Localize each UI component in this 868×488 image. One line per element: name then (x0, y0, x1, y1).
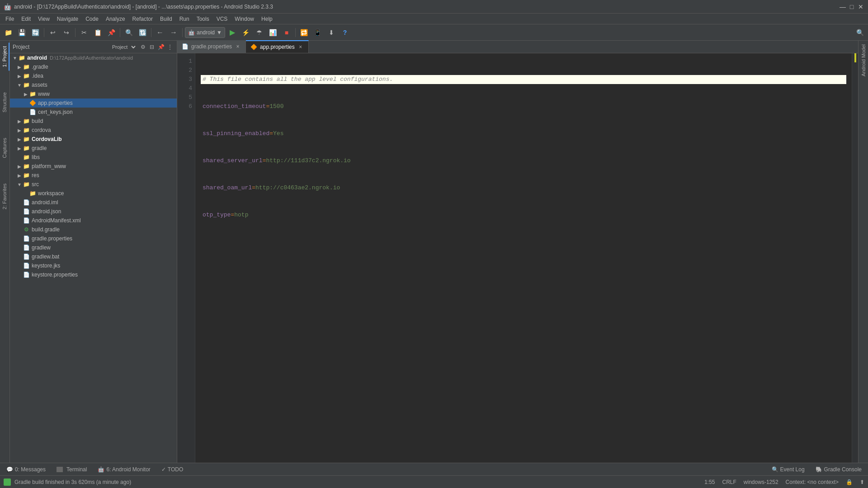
stop-button[interactable]: ■ (280, 26, 293, 39)
line-ending[interactable]: CRLF (722, 479, 736, 485)
project-pin-icon[interactable]: 📌 (157, 43, 165, 51)
tab-gradle-close[interactable]: × (235, 43, 241, 50)
tree-src-folder[interactable]: ▼ 📁 src (10, 180, 177, 189)
minimize-button[interactable]: — (839, 3, 846, 10)
sdk-manager[interactable]: ⬇ (325, 26, 338, 39)
encoding[interactable]: windows-1252 (744, 479, 778, 485)
menu-analyze[interactable]: Analyze (102, 14, 129, 24)
debug-button[interactable]: ⚡ (240, 26, 252, 39)
menu-tools[interactable]: Tools (193, 14, 213, 24)
sidebar-tab-project[interactable]: 1: Project (0, 42, 9, 70)
project-view-selector[interactable]: Project (108, 43, 137, 51)
code-content[interactable]: # This file contains all the app level c… (195, 53, 852, 463)
global-search[interactable]: 🔍 (854, 26, 866, 39)
tree-cert-keys[interactable]: 📄 cert_keys.json (10, 108, 177, 117)
run-button[interactable]: ▶ (226, 26, 239, 39)
code-editor[interactable]: 1 2 3 4 5 6 # This file contains all the… (177, 53, 858, 463)
tree-cordova-folder[interactable]: ▶ 📁 cordova (10, 126, 177, 135)
gradle-sync[interactable]: 🔁 (298, 26, 311, 39)
tree-cordovalib-folder[interactable]: ▶ 📁 CordovaLib (10, 135, 177, 144)
tree-root[interactable]: ▼ 📁 android D:\172AppBuild\Authenticator… (10, 53, 177, 62)
bottom-tab-android-monitor[interactable]: 🤖 6: Android Monitor (95, 465, 153, 474)
bottom-toolbar: 💬 0: Messages Terminal 🤖 6: Android Moni… (0, 463, 868, 475)
tree-idea-folder[interactable]: ▶ 📁 .idea (10, 71, 177, 80)
right-tab-android-model[interactable]: Android Model (859, 41, 868, 80)
tree-gradlew[interactable]: 📄 gradlew (10, 243, 177, 252)
menu-view[interactable]: View (34, 14, 53, 24)
tree-build-folder[interactable]: ▶ 📁 build (10, 117, 177, 126)
config-icon: 🤖 (188, 29, 195, 36)
avd-manager[interactable]: 📱 (311, 26, 324, 39)
project-more-icon[interactable]: ⋮ (166, 43, 174, 51)
tree-android-json[interactable]: 📄 android.json (10, 207, 177, 216)
toolbar-open-folder[interactable]: 📁 (2, 26, 14, 39)
tree-keystore-props[interactable]: 📄 keystore.properties (10, 270, 177, 279)
project-collapse-icon[interactable]: ⊟ (148, 43, 156, 51)
configuration-dropdown[interactable]: 🤖 android ▼ (185, 27, 225, 38)
tree-keystore-jks[interactable]: 📄 keystore.jks (10, 261, 177, 270)
tree-libs-folder[interactable]: 📁 libs (10, 153, 177, 162)
menu-file[interactable]: File (2, 14, 18, 24)
toolbar-find[interactable]: 🔍 (123, 26, 135, 39)
tree-app-properties[interactable]: 🔶 app.properties (10, 99, 177, 108)
toolbar-redo[interactable]: ↪ (60, 26, 73, 39)
tree-gradle2-folder[interactable]: ▶ 📁 gradle (10, 144, 177, 153)
keystore-props-label: keystore.properties (32, 272, 78, 278)
toolbar-replace[interactable]: 🔃 (136, 26, 149, 39)
build-label: build (32, 118, 43, 124)
tab-app-properties[interactable]: 🔶 app.properties × (246, 40, 309, 53)
tree-gradle-folder[interactable]: ▶ 📁 .gradle (10, 62, 177, 71)
maximize-button[interactable]: □ (848, 3, 855, 10)
tree-www-folder[interactable]: ▶ 📁 www (10, 89, 177, 99)
main-layout: 1: Project Structure Captures 2: Favorit… (0, 41, 868, 463)
bottom-tab-messages[interactable]: 💬 0: Messages (4, 465, 48, 474)
tree-workspace-folder[interactable]: 📁 workspace (10, 189, 177, 198)
menu-refactor[interactable]: Refactor (129, 14, 156, 24)
platform-www-label: platform_www (32, 163, 66, 169)
help-button[interactable]: ? (339, 26, 351, 39)
sidebar-tab-structure[interactable]: Structure (0, 89, 9, 116)
keystore-jks-label: keystore.jks (32, 263, 60, 269)
tree-build-gradle[interactable]: ⚙ build.gradle (10, 225, 177, 234)
profile-button[interactable]: 📊 (267, 26, 279, 39)
toolbar-cut[interactable]: ✂ (78, 26, 90, 39)
toolbar-undo[interactable]: ↩ (47, 26, 59, 39)
menu-build[interactable]: Build (156, 14, 176, 24)
menu-help[interactable]: Help (258, 14, 276, 24)
toolbar-sync[interactable]: 🔄 (29, 26, 42, 39)
menu-window[interactable]: Window (231, 14, 258, 24)
sidebar-tab-captures[interactable]: Captures (0, 134, 9, 162)
tree-platform-www-folder[interactable]: ▶ 📁 platform_www (10, 162, 177, 171)
sidebar-tab-favorites[interactable]: 2: Favorites (0, 180, 9, 213)
menu-run[interactable]: Run (176, 14, 193, 24)
bottom-tab-todo[interactable]: ✓ TODO (159, 465, 186, 474)
tree-gradlew-bat[interactable]: 📄 gradlew.bat (10, 252, 177, 261)
tree-gradle-properties[interactable]: 📄 gradle.properties (10, 234, 177, 243)
code-line-6: otp_type=hotp (201, 211, 846, 220)
menu-code[interactable]: Code (82, 14, 102, 24)
bottom-tab-terminal[interactable]: Terminal (54, 465, 90, 474)
menu-edit[interactable]: Edit (18, 14, 34, 24)
project-settings-icon[interactable]: ⚙ (139, 43, 147, 51)
libs-label: libs (32, 154, 40, 160)
bottom-tab-event-log[interactable]: 🔍 Event Log (769, 465, 807, 474)
tab-gradle-properties[interactable]: 📄 gradle.properties × (177, 40, 246, 53)
toolbar-copy[interactable]: 📋 (91, 26, 104, 39)
tree-res-folder[interactable]: ▶ 📁 res (10, 171, 177, 180)
coverage-button[interactable]: ☂ (253, 26, 266, 39)
tree-android-iml[interactable]: 📄 android.iml (10, 198, 177, 207)
tree-manifest[interactable]: 📄 AndroidManifest.xml (10, 216, 177, 225)
bottom-tab-gradle-console[interactable]: 🐘 Gradle Console (813, 465, 864, 474)
tree-assets-folder[interactable]: ▼ 📁 assets (10, 80, 177, 89)
toolbar-back[interactable]: ← (154, 26, 166, 39)
root-arrow: ▼ (12, 56, 18, 61)
menu-vcs[interactable]: VCS (213, 14, 231, 24)
platform-www-arrow: ▶ (16, 164, 23, 169)
toolbar-save[interactable]: 💾 (15, 26, 28, 39)
menu-navigate[interactable]: Navigate (53, 14, 82, 24)
tab-app-close[interactable]: × (297, 44, 304, 50)
close-button[interactable]: ✕ (857, 3, 864, 10)
toolbar-paste[interactable]: 📌 (105, 26, 118, 39)
workspace-folder-icon: 📁 (29, 190, 36, 197)
toolbar-forward[interactable]: → (167, 26, 180, 39)
